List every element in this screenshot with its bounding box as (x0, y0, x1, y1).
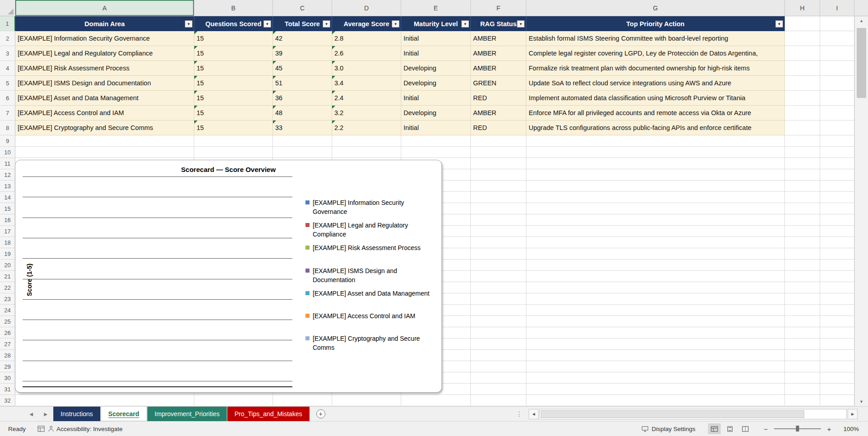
cell-I10[interactable] (820, 147, 854, 158)
cell-E10[interactable] (401, 147, 471, 158)
cell-F10[interactable] (471, 147, 526, 158)
column-header-B[interactable]: B (194, 0, 273, 16)
cell-F13[interactable] (471, 181, 526, 192)
cell-H17[interactable] (785, 226, 820, 237)
cell-F26[interactable] (471, 327, 526, 339)
vertical-scroll-thumb[interactable] (857, 28, 866, 98)
row-number-6[interactable]: 6 (0, 91, 15, 106)
cell-G5[interactable]: Update SoA to reflect cloud service inte… (526, 76, 785, 91)
cell-F18[interactable] (471, 237, 526, 248)
cell-H8[interactable] (785, 121, 820, 135)
cell-H21[interactable] (785, 271, 820, 282)
tab-scroll-right-icon[interactable]: ▶ (42, 412, 50, 417)
cell-G4[interactable]: Formalize risk treatment plan with docum… (526, 61, 785, 76)
cell-E5[interactable]: Developing (401, 76, 471, 91)
cell-G13[interactable] (526, 181, 785, 192)
cell-H5[interactable] (785, 76, 820, 91)
row-number-18[interactable]: 18 (0, 237, 15, 248)
cell-H22[interactable] (785, 282, 820, 293)
cell-G21[interactable] (526, 271, 785, 282)
filter-button-icon[interactable]: ▾ (392, 20, 399, 28)
row-number-15[interactable]: 15 (0, 203, 15, 214)
cell-G17[interactable] (526, 226, 785, 237)
sheet-tab-scorecard[interactable]: Scorecard (101, 407, 147, 421)
view-page-layout-button[interactable] (723, 423, 736, 434)
scroll-down-icon[interactable]: ▼ (855, 397, 868, 406)
cell-I19[interactable] (820, 248, 854, 260)
cell-F16[interactable] (471, 214, 526, 226)
cell-C4[interactable]: 45 (273, 61, 332, 76)
cell-B10[interactable] (194, 147, 273, 158)
cell-B9[interactable] (194, 135, 273, 147)
row-number-26[interactable]: 26 (0, 327, 15, 339)
cell-H2[interactable] (785, 31, 820, 46)
cell-F15[interactable] (471, 203, 526, 214)
filter-button-icon[interactable]: ▾ (775, 20, 783, 28)
cell-C2[interactable]: 42 (273, 31, 332, 46)
cell-H27[interactable] (785, 339, 820, 350)
cell-I22[interactable] (820, 282, 854, 293)
cell-H12[interactable] (785, 169, 820, 181)
cell-I27[interactable] (820, 339, 854, 350)
cell-F22[interactable] (471, 282, 526, 293)
column-header-D[interactable]: D (332, 0, 401, 16)
zoom-slider[interactable] (774, 428, 821, 429)
cell-B32[interactable] (194, 395, 273, 406)
cell-F23[interactable] (471, 293, 526, 305)
cell-H10[interactable] (785, 147, 820, 158)
cell-G16[interactable] (526, 214, 785, 226)
row-number-17[interactable]: 17 (0, 226, 15, 237)
cell-I11[interactable] (820, 158, 854, 169)
cell-F20[interactable] (471, 260, 526, 271)
cell-G15[interactable] (526, 203, 785, 214)
cell-I31[interactable] (820, 384, 854, 395)
legend-item-example-information-security-governance[interactable]: [EXAMPLE] Information Security Governanc… (305, 198, 437, 221)
cell-F21[interactable] (471, 271, 526, 282)
row-number-16[interactable]: 16 (0, 214, 15, 226)
cell-C3[interactable]: 39 (273, 46, 332, 61)
cell-D9[interactable] (332, 135, 401, 147)
cell-B8[interactable]: 15 (194, 121, 273, 135)
cell-I17[interactable] (820, 226, 854, 237)
sheet-tab-instructions[interactable]: Instructions (53, 407, 100, 421)
filter-button-icon[interactable]: ▾ (461, 20, 469, 28)
cell-G7[interactable]: Enforce MFA for all privileged accounts … (526, 106, 785, 121)
cell-F25[interactable] (471, 316, 526, 327)
row-number-28[interactable]: 28 (0, 350, 15, 361)
cell-D4[interactable]: 3.0 (332, 61, 401, 76)
cell-H28[interactable] (785, 350, 820, 361)
cell-A3[interactable]: [EXAMPLE] Legal and Regulatory Complianc… (15, 46, 194, 61)
cell-E6[interactable]: Initial (401, 91, 471, 106)
cell-F7[interactable]: AMBER (471, 106, 526, 121)
cell-G20[interactable] (526, 260, 785, 271)
table-header-questions-scored[interactable]: Questions Scored▾ (194, 16, 273, 31)
cell-A10[interactable] (15, 147, 194, 158)
vertical-scrollbar[interactable]: ▲ ▼ (854, 16, 868, 406)
cell-F29[interactable] (471, 361, 526, 372)
cell-G9[interactable] (526, 135, 785, 147)
cell-H9[interactable] (785, 135, 820, 147)
cell-D5[interactable]: 3.4 (332, 76, 401, 91)
row-number-21[interactable]: 21 (0, 271, 15, 282)
cell-I16[interactable] (820, 214, 854, 226)
select-all-corner[interactable] (0, 0, 15, 16)
cell-A5[interactable]: [EXAMPLE] ISMS Design and Documentation (15, 76, 194, 91)
cell-H14[interactable] (785, 192, 820, 203)
cell-I6[interactable] (820, 91, 854, 106)
cell-H1[interactable] (785, 16, 820, 31)
cell-D7[interactable]: 3.2 (332, 106, 401, 121)
cell-I23[interactable] (820, 293, 854, 305)
cell-G30[interactable] (526, 372, 785, 384)
cell-F28[interactable] (471, 350, 526, 361)
cell-G12[interactable] (526, 169, 785, 181)
row-number-7[interactable]: 7 (0, 106, 15, 121)
cell-B3[interactable]: 15 (194, 46, 273, 61)
cell-G31[interactable] (526, 384, 785, 395)
cell-G27[interactable] (526, 339, 785, 350)
column-header-A[interactable]: A (15, 0, 194, 16)
cell-F3[interactable]: AMBER (471, 46, 526, 61)
cell-H26[interactable] (785, 327, 820, 339)
cell-I30[interactable] (820, 372, 854, 384)
cell-I13[interactable] (820, 181, 854, 192)
cell-H25[interactable] (785, 316, 820, 327)
